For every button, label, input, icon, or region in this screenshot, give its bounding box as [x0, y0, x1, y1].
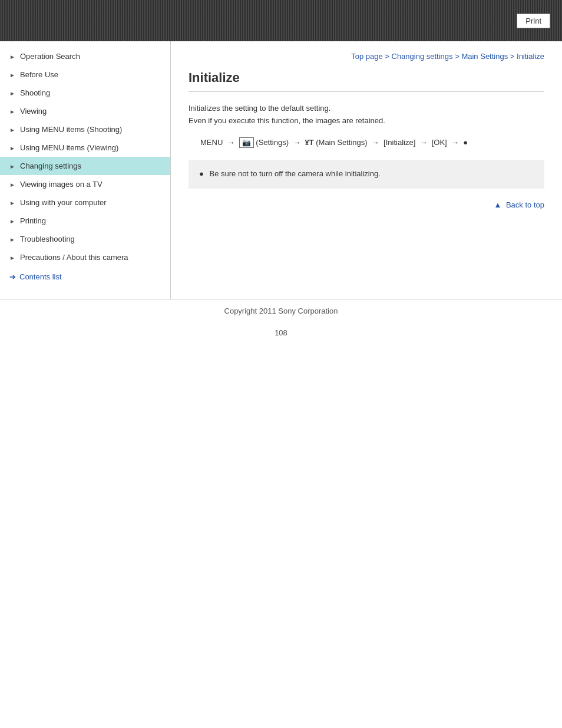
arrow-icon: ► — [9, 182, 15, 187]
bullet-icon: ● — [199, 168, 204, 180]
sidebar-item-operation-search[interactable]: ► Operation Search — [0, 47, 170, 65]
sidebar-item-label: Viewing images on a TV — [20, 180, 103, 189]
note-text: Be sure not to turn off the camera while… — [209, 169, 380, 178]
sidebar-item-changing-settings[interactable]: ► Changing settings — [0, 157, 170, 175]
breadcrumb-top-page[interactable]: Top page — [351, 52, 383, 61]
breadcrumb-separator: > — [385, 52, 391, 61]
sidebar-item-before-use[interactable]: ► Before Use — [0, 65, 170, 84]
menu-path: MENU → 📷 (Settings) → ¥T (Main Settings)… — [200, 136, 544, 150]
sidebar-item-label: Viewing — [20, 107, 47, 116]
sidebar-item-printing[interactable]: ► Printing — [0, 212, 170, 230]
sidebar-item-label: Shooting — [20, 88, 50, 97]
sidebar-item-label: Operation Search — [20, 52, 80, 61]
breadcrumb: Top page > Changing settings > Main Sett… — [189, 52, 544, 61]
arrow-icon: ► — [9, 90, 15, 96]
main-layout: ► Operation Search ► Before Use ► Shooti… — [0, 41, 562, 299]
description-line2: Even if you execute this function, the i… — [189, 115, 544, 127]
footer: Copyright 2011 Sony Corporation — [0, 299, 562, 322]
back-to-top-link[interactable]: ▲ Back to top — [494, 200, 544, 209]
breadcrumb-separator2: > — [455, 52, 461, 61]
arrow-icon: ► — [9, 200, 15, 206]
sidebar-item-label: Changing settings — [20, 162, 81, 170]
print-button[interactable]: Print — [517, 14, 550, 28]
sidebar-item-viewing-tv[interactable]: ► Viewing images on a TV — [0, 175, 170, 193]
arrow-icon: ► — [9, 54, 15, 60]
content-area: Top page > Changing settings > Main Sett… — [171, 41, 562, 299]
description-line1: Initializes the setting to the default s… — [189, 103, 544, 115]
contents-list-label: Contents list — [19, 272, 62, 281]
arrow-right-icon: ➔ — [9, 272, 16, 281]
sidebar-item-label: Using MENU items (Viewing) — [20, 143, 118, 152]
sidebar-item-label: Using with your computer — [20, 198, 107, 207]
breadcrumb-main-settings[interactable]: Main Settings — [461, 52, 508, 61]
breadcrumb-changing-settings[interactable]: Changing settings — [392, 52, 453, 61]
sidebar: ► Operation Search ► Before Use ► Shooti… — [0, 41, 171, 299]
arrow-icon: ► — [9, 108, 15, 114]
sidebar-item-label: Troubleshooting — [20, 235, 75, 243]
sidebar-item-using-computer[interactable]: ► Using with your computer — [0, 193, 170, 212]
breadcrumb-separator3: > — [510, 52, 517, 61]
sidebar-item-label: Printing — [20, 216, 46, 225]
triangle-icon: ▲ — [494, 200, 501, 209]
sidebar-item-label: Before Use — [20, 70, 58, 79]
sidebar-item-precautions[interactable]: ► Precautions / About this camera — [0, 248, 170, 266]
arrow-icon: ► — [9, 218, 15, 224]
back-to-top-label: Back to top — [506, 200, 544, 209]
back-to-top: ▲ Back to top — [189, 200, 544, 209]
sidebar-item-shooting[interactable]: ► Shooting — [0, 84, 170, 102]
arrow-icon: ► — [9, 255, 15, 261]
description-text: Initializes the setting to the default s… — [189, 103, 544, 127]
arrow-icon: ► — [9, 236, 15, 242]
sidebar-item-troubleshooting[interactable]: ► Troubleshooting — [0, 230, 170, 248]
page-title-section: Initialize — [189, 70, 544, 92]
breadcrumb-initialize: Initialize — [517, 52, 544, 61]
header-bar: Print — [0, 0, 562, 41]
sidebar-item-label: Precautions / About this camera — [20, 253, 128, 262]
copyright-text: Copyright 2011 Sony Corporation — [224, 307, 338, 315]
sidebar-item-label: Using MENU items (Shooting) — [20, 125, 122, 134]
sidebar-item-using-menu-viewing[interactable]: ► Using MENU items (Viewing) — [0, 139, 170, 157]
sidebar-item-using-menu-shooting[interactable]: ► Using MENU items (Shooting) — [0, 120, 170, 139]
arrow-icon: ► — [9, 127, 15, 133]
sidebar-item-viewing[interactable]: ► Viewing — [0, 102, 170, 120]
arrow-icon: ► — [9, 163, 15, 169]
arrow-icon: ► — [9, 145, 15, 151]
page-title: Initialize — [189, 70, 544, 85]
note-box: ● Be sure not to turn off the camera whi… — [189, 160, 544, 189]
contents-list-link[interactable]: ➔ Contents list — [0, 266, 170, 287]
page-number: 108 — [0, 322, 562, 341]
arrow-icon: ► — [9, 72, 15, 78]
